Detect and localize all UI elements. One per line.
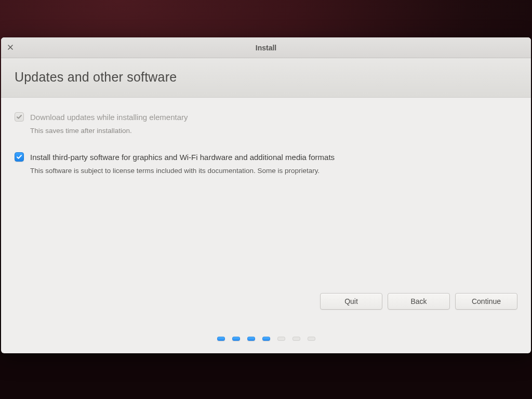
header-band: Updates and other software: [1, 58, 531, 98]
back-button[interactable]: Back: [388, 293, 450, 310]
progress-indicator: [1, 324, 531, 353]
third-party-subtext: This software is subject to license term…: [30, 167, 517, 175]
progress-dot: [262, 337, 270, 341]
progress-dot: [308, 337, 315, 341]
quit-button[interactable]: Quit: [320, 293, 382, 310]
window-title: Install: [1, 44, 531, 52]
download-updates-subtext: This saves time after installation.: [30, 127, 517, 135]
option-third-party: Install third-party software for graphic…: [15, 152, 517, 175]
download-updates-label: Download updates while installing elemen…: [30, 113, 188, 122]
progress-dot: [277, 337, 285, 341]
download-updates-checkbox: [15, 112, 24, 122]
footer-buttons: Quit Back Continue: [1, 293, 531, 324]
content-area: Download updates while installing elemen…: [1, 98, 531, 205]
close-icon: [7, 43, 14, 52]
close-button[interactable]: [1, 37, 20, 58]
titlebar: Install: [1, 37, 531, 58]
progress-dot: [292, 337, 300, 341]
continue-button[interactable]: Continue: [455, 293, 517, 310]
third-party-label: Install third-party software for graphic…: [30, 153, 335, 162]
progress-dot: [247, 337, 255, 341]
third-party-checkbox[interactable]: [15, 152, 24, 162]
desktop-wallpaper: Install Updates and other software Downl…: [0, 0, 532, 399]
installer-window: Install Updates and other software Downl…: [1, 37, 531, 353]
option-download-updates: Download updates while installing elemen…: [15, 112, 517, 135]
page-title: Updates and other software: [15, 70, 517, 85]
progress-dot: [217, 337, 225, 341]
progress-dot: [232, 337, 240, 341]
